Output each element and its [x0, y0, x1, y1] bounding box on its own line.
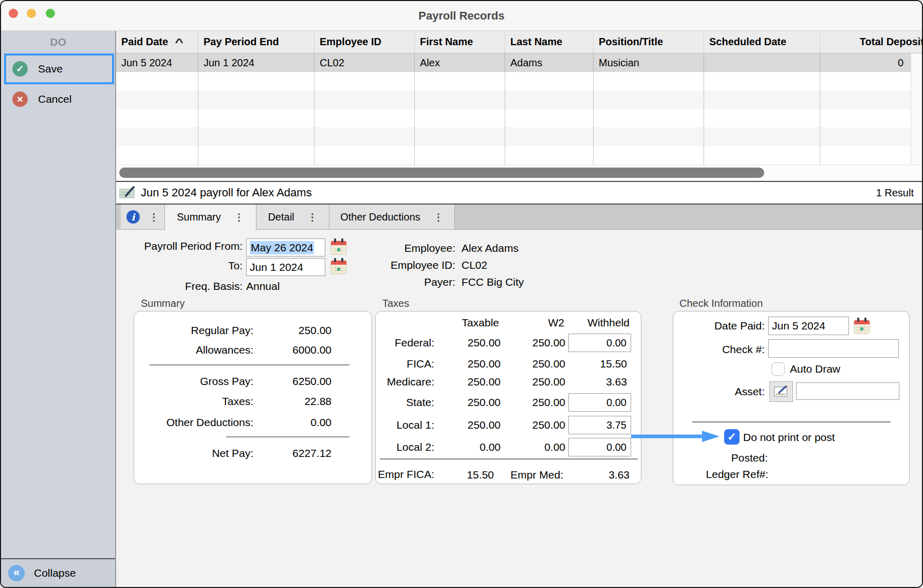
check-info-divider	[692, 421, 891, 422]
table-row-selected[interactable]: Jun 5 2024 Jun 1 2024 CL02 Alex Adams Mu…	[116, 53, 922, 72]
vertical-scrollbar-track[interactable]	[911, 127, 923, 146]
net-pay-value: 6227.12	[253, 446, 331, 461]
vertical-scrollbar-track[interactable]	[911, 53, 923, 72]
tab-info[interactable]	[121, 205, 165, 230]
column-header-total-deposit[interactable]: Total Deposit	[820, 31, 923, 53]
result-count: 1 Result	[876, 187, 922, 199]
fica-label: FICA:	[376, 357, 434, 371]
empr-fica-label: Empr FICA:	[376, 467, 434, 482]
column-header-pay-period-end[interactable]: Pay Period End	[198, 31, 315, 53]
vertical-scrollbar-track[interactable]	[911, 90, 923, 109]
local2-w2: 0.00	[504, 440, 565, 454]
asset-input[interactable]	[796, 382, 899, 400]
cell-employee-id: CL02	[315, 53, 415, 72]
check-info-group-title: Check Information	[679, 298, 763, 309]
period-from-input[interactable]: May 26 2024	[246, 238, 325, 256]
horizontal-scrollbar-thumb[interactable]	[119, 168, 764, 178]
save-button[interactable]: Save	[4, 53, 114, 84]
period-to-input[interactable]	[246, 258, 325, 276]
info-icon	[126, 210, 140, 224]
cell-first-name: Alex	[415, 53, 505, 72]
records-table: Paid Date ^ Pay Period End Employee ID F…	[116, 31, 922, 182]
other-deductions-label: Other Deductions:	[134, 415, 253, 430]
other-deductions-value: 0.00	[253, 415, 331, 430]
local1-label: Local 1:	[376, 418, 434, 432]
regular-pay-label: Regular Pay:	[134, 323, 253, 338]
cancel-button[interactable]: Cancel	[4, 88, 114, 110]
check-number-label: Check #:	[673, 342, 765, 357]
table-row-empty	[116, 90, 922, 109]
main-area: Paid Date ^ Pay Period End Employee ID F…	[116, 31, 922, 587]
tab-other-deductions[interactable]: Other Deductions	[329, 205, 455, 230]
edit-document-icon	[773, 385, 789, 398]
local2-label: Local 2:	[376, 440, 434, 454]
collapse-button[interactable]: Collapse	[1, 558, 115, 587]
local2-withheld-input[interactable]	[568, 438, 631, 456]
tab-detail-label: Detail	[268, 211, 294, 223]
taxable-column-header: Taxable	[442, 316, 499, 330]
cell-paid-date: Jun 5 2024	[116, 53, 198, 72]
check-info-group-box: Date Paid: Check #: Auto Dr	[673, 311, 910, 485]
column-header-last-name[interactable]: Last Name	[505, 31, 594, 53]
taxes-group-box: Taxable W2 Withheld Federal: 250.00 250.…	[375, 311, 641, 484]
federal-w2: 250.00	[504, 336, 565, 350]
employee-value: Alex Adams	[462, 241, 519, 256]
summary-divider	[150, 364, 349, 365]
tab-menu-dots-icon[interactable]	[308, 211, 318, 223]
result-title: Jun 5 2024 payroll for Alex Adams	[141, 186, 312, 199]
net-pay-label: Net Pay:	[134, 446, 253, 461]
cell-pay-period-end: Jun 1 2024	[198, 53, 315, 72]
medicare-taxable: 250.00	[439, 375, 501, 389]
column-header-scheduled-date[interactable]: Scheduled Date	[704, 31, 820, 53]
tab-detail[interactable]: Detail	[256, 205, 329, 230]
check-pen-icon	[119, 186, 137, 199]
tab-menu-dots-icon[interactable]	[149, 211, 159, 223]
column-header-first-name[interactable]: First Name	[415, 31, 505, 53]
do-not-print-checkbox[interactable]	[724, 429, 740, 445]
asset-label: Asset:	[673, 384, 765, 399]
tab-summary[interactable]: Summary	[165, 205, 256, 230]
summary-group-title: Summary	[141, 298, 185, 309]
action-sidebar: DO Save Cancel Collapse	[1, 31, 116, 587]
federal-withheld-input[interactable]	[568, 334, 631, 352]
x-icon	[12, 91, 28, 107]
payer-label: Payer:	[332, 274, 455, 290]
posted-label: Posted:	[673, 450, 768, 466]
check-number-input[interactable]	[768, 339, 899, 358]
tab-menu-dots-icon[interactable]	[434, 211, 444, 223]
period-from-label: Payroll Period From:	[116, 238, 243, 254]
vertical-scrollbar-track[interactable]	[911, 146, 923, 164]
records-table-header: Paid Date ^ Pay Period End Employee ID F…	[116, 31, 922, 53]
window-title: Payroll Records	[1, 1, 922, 31]
column-header-paid-date[interactable]: Paid Date ^	[116, 31, 198, 53]
vertical-scrollbar-track[interactable]	[911, 72, 923, 90]
tab-menu-dots-icon[interactable]	[234, 211, 244, 223]
tab-summary-label: Summary	[177, 211, 221, 223]
federal-taxable: 250.00	[439, 336, 501, 350]
ledger-ref-label: Ledger Ref#:	[673, 467, 768, 482]
asset-picker-button[interactable]	[769, 381, 793, 402]
result-bar: Jun 5 2024 payroll for Alex Adams 1 Resu…	[116, 182, 922, 205]
local1-withheld-input[interactable]	[568, 416, 631, 434]
empr-med-value: 3.63	[574, 467, 630, 483]
table-row-empty	[116, 72, 922, 90]
local1-w2: 250.00	[504, 418, 565, 432]
taxes-group-title: Taxes	[382, 298, 409, 309]
date-paid-input[interactable]	[768, 317, 849, 335]
calendar-icon[interactable]	[853, 317, 871, 335]
titlebar: Payroll Records	[1, 1, 922, 31]
horizontal-scrollbar-track[interactable]	[116, 164, 922, 181]
state-withheld-input[interactable]	[568, 393, 631, 412]
taxes-value: 22.88	[253, 394, 331, 409]
cell-scheduled-date	[704, 53, 820, 72]
taxes-divider	[380, 458, 638, 460]
column-header-employee-id[interactable]: Employee ID	[315, 31, 415, 53]
vertical-scrollbar-track[interactable]	[911, 109, 923, 127]
payer-value: FCC Big City	[462, 274, 524, 290]
auto-draw-checkbox[interactable]	[771, 362, 785, 376]
period-from-value: May 26 2024	[250, 241, 314, 254]
summary-tab-content: Payroll Period From: May 26 2024 To:	[116, 230, 922, 587]
column-header-position-title[interactable]: Position/Title	[594, 31, 704, 53]
double-chevron-left-icon	[8, 565, 25, 581]
column-header-label: Paid Date	[121, 36, 168, 48]
